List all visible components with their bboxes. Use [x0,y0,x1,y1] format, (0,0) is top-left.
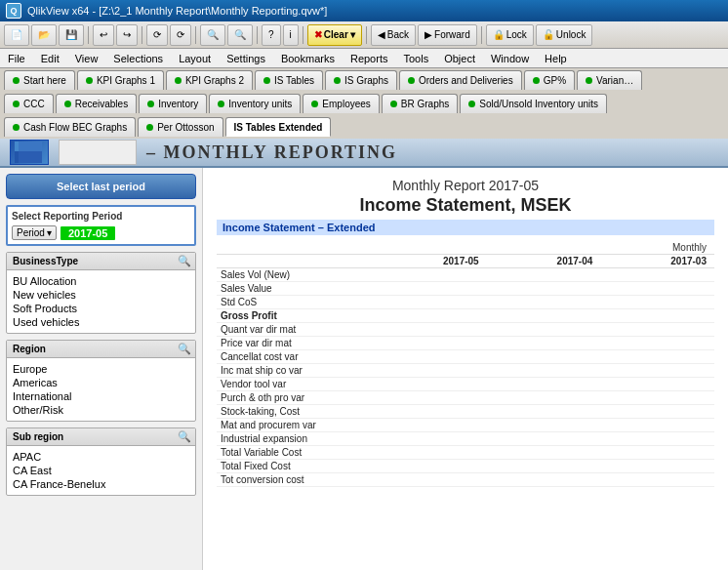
tab-dot [86,77,93,84]
list-item[interactable]: Americas [13,376,189,389]
report-title: Monthly Report 2017-05 [217,178,714,193]
menu-settings[interactable]: Settings [219,49,273,67]
tab-variance[interactable]: Varian… [577,70,642,90]
row-label: Total Variable Cost [217,446,373,460]
region-label: Region [13,344,46,354]
tab-dot [13,77,20,84]
sep6 [366,26,367,44]
tab-employees[interactable]: Employees [303,94,379,113]
list-item[interactable]: New vehicles [13,288,189,302]
tab-sold-unsold[interactable]: Sold/Unsold Inventory units [460,94,607,113]
col-header-period1: 2017-05 [373,255,487,268]
table-row: Price var dir mat [217,337,714,350]
val-cell [373,268,487,282]
row-label: Industrial expansion [217,432,373,446]
search-icon[interactable]: 🔍 [178,430,191,443]
row-label: Inc mat ship co var [217,364,373,378]
period-dropdown[interactable]: Period ▾ [12,225,57,240]
clear-button[interactable]: ✖ Clear ▾ [307,24,362,46]
col-header-period3: 2017-03 [600,255,714,268]
search-icon[interactable]: 🔍 [178,343,191,355]
tab-start-here[interactable]: Start here [4,70,75,90]
list-item[interactable]: BU Allocation [13,274,189,288]
table-row: Total Fixed Cost [217,460,714,473]
tab-kpi-graphs-2[interactable]: KPI Graphs 2 [166,70,253,90]
svg-marker-2 [19,142,42,163]
col-header-label [217,241,373,255]
logo-placeholder [59,140,137,165]
undo-button[interactable]: ↩ [93,24,114,46]
tab-dot [13,124,20,131]
list-item[interactable]: CA East [13,464,189,477]
tab-is-tables[interactable]: IS Tables [255,70,323,90]
val-cell [600,309,714,323]
val-cell [373,432,487,446]
tab-inventory[interactable]: Inventory [139,94,207,113]
list-item[interactable]: Used vehicles [13,315,189,329]
menu-object[interactable]: Object [436,49,483,67]
val-cell [487,364,601,378]
tab-is-graphs[interactable]: IS Graphs [325,70,397,90]
reload-button[interactable]: ⟳ [146,24,168,46]
save-icon: 💾 [65,29,77,40]
val-cell [373,419,487,432]
menu-edit[interactable]: Edit [33,49,67,67]
tab-is-tables-extended[interactable]: IS Tables Extended [225,117,332,137]
toolbar: 📄 📂 💾 ↩ ↪ ⟳ ⟳ 🔍 🔍 ? i ✖ Clear ▾ ◀ Back ▶… [0,21,728,49]
unlock-button[interactable]: 🔓 Unlock [536,24,593,46]
menu-selections[interactable]: Selections [105,49,171,67]
tab-per-ottosson[interactable]: Per Ottosson [138,117,222,137]
tab-receivables[interactable]: Receivables [56,94,137,113]
list-item[interactable]: CA France-Benelux [13,477,189,491]
menu-layout[interactable]: Layout [171,49,219,67]
val-cell [487,473,601,487]
business-type-label: BusinessType [13,256,78,266]
row-label: Sales Value [217,282,373,296]
val-cell [487,268,601,282]
tab-ccc[interactable]: CCC [4,94,54,113]
menu-reports[interactable]: Reports [343,49,396,67]
tab-kpi-graphs-1[interactable]: KPI Graphs 1 [77,70,164,90]
new-button[interactable]: 📄 [4,24,29,46]
search-icon[interactable]: 🔍 [178,255,191,267]
tab-cash-flow-bec[interactable]: Cash Flow BEC Graphs [4,117,136,137]
val-cell [600,323,714,337]
menu-help[interactable]: Help [537,49,575,67]
list-item[interactable]: APAC [13,450,189,464]
val-cell [600,378,714,391]
tab-dot [390,101,397,107]
menu-file[interactable]: File [0,49,33,67]
list-item[interactable]: Europe [13,362,189,376]
menu-tools[interactable]: Tools [395,49,436,67]
val-cell [373,323,487,337]
tab-orders-deliveries[interactable]: Orders and Deliveries [399,70,522,90]
val-cell [373,473,487,487]
tab-dot [263,77,270,84]
tab-br-graphs[interactable]: BR Graphs [382,94,458,113]
tab-dot [175,77,182,84]
tab-gp-percent[interactable]: GP% [524,70,575,90]
back-button[interactable]: ◀ Back [371,24,416,46]
list-item[interactable]: Other/Risk [13,403,189,417]
list-item[interactable]: International [13,389,189,403]
open-button[interactable]: 📂 [31,24,57,46]
redo-button[interactable]: ↪ [116,24,138,46]
info-button[interactable]: i [283,24,299,46]
select-last-period-button[interactable]: Select last period [6,174,196,199]
forward-button[interactable]: ▶ Forward [418,24,477,46]
tab-dot [147,101,154,107]
menu-view[interactable]: View [67,49,106,67]
tab-inventory-units[interactable]: Inventory units [209,94,301,113]
val-cell [600,446,714,460]
help-button[interactable]: ? [262,24,281,46]
zoom-out-button[interactable]: 🔍 [227,24,253,46]
menu-bookmarks[interactable]: Bookmarks [273,49,343,67]
partial-reload-button[interactable]: ⟳ [170,24,191,46]
menu-window[interactable]: Window [483,49,537,67]
save-button[interactable]: 💾 [59,24,84,46]
list-item[interactable]: Soft Products [13,302,189,315]
zoom-in-button[interactable]: 🔍 [200,24,225,46]
row-label: Tot conversion cost [217,473,373,487]
period-value[interactable]: 2017-05 [61,226,115,240]
lock-button[interactable]: 🔒 Lock [486,24,534,46]
